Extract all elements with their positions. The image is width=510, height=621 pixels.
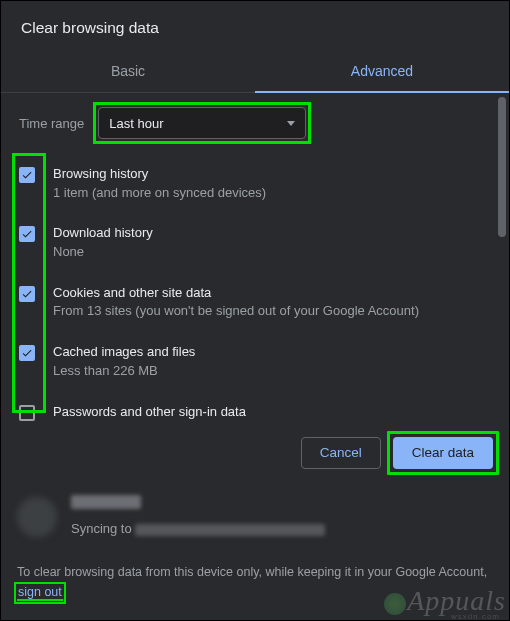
item-subtitle: 1 item (and more on synced devices) [53,184,266,203]
clear-data-button[interactable]: Clear data [393,437,493,469]
list-item: Cached images and files Less than 226 MB [15,335,491,394]
list-item: Browsing history 1 item (and more on syn… [15,157,491,216]
sign-out-link[interactable]: sign out [17,585,63,601]
dialog-title: Clear browsing data [1,1,509,51]
cancel-button[interactable]: Cancel [301,437,381,469]
checkbox-cache[interactable] [19,345,35,361]
checkbox-cookies[interactable] [19,286,35,302]
time-range-select[interactable]: Last hour [98,107,306,139]
time-range-value: Last hour [109,116,163,131]
footer-text: To clear browsing data from this device … [17,565,487,579]
time-range-row: Time range Last hour [19,107,491,139]
avatar [17,497,57,537]
item-subtitle: From 13 sites (you won't be signed out o… [53,302,419,321]
data-type-list: Browsing history 1 item (and more on syn… [15,157,491,422]
tab-advanced[interactable]: Advanced [255,51,509,92]
item-title: Cookies and other site data [53,284,419,302]
tab-basic[interactable]: Basic [1,51,255,92]
sync-account-row: Syncing to [17,495,493,556]
sub-watermark: wsxdn.com [451,612,500,621]
time-range-label: Time range [19,116,84,131]
list-item: Download history None [15,216,491,275]
sync-status: Syncing to [71,519,325,539]
list-item: Cookies and other site data From 13 site… [15,276,491,335]
checkbox-passwords[interactable] [19,405,35,421]
item-subtitle: None [53,243,153,262]
clear-data-label: Clear data [412,445,474,460]
clear-browsing-data-dialog: Clear browsing data Basic Advanced Time … [0,0,510,621]
account-email-blurred [135,524,325,536]
tab-bar: Basic Advanced [1,51,509,93]
list-item: Passwords and other sign-in data [15,395,491,422]
scrollbar-thumb[interactable] [498,97,506,237]
item-title: Passwords and other sign-in data [53,403,246,421]
dialog-footer: Syncing to To clear browsing data from t… [1,485,509,620]
dialog-button-row: Cancel Clear data [1,422,509,485]
item-title: Download history [53,224,153,242]
dialog-body: Time range Last hour Browsing history 1 … [1,93,509,422]
item-title: Browsing history [53,165,266,183]
item-title: Cached images and files [53,343,195,361]
checkbox-browsing-history[interactable] [19,167,35,183]
account-name-blurred [71,495,141,509]
item-subtitle: Less than 226 MB [53,362,195,381]
footer-text-after: . [63,585,66,599]
syncing-label: Syncing to [71,521,135,536]
checkbox-download-history[interactable] [19,226,35,242]
chevron-down-icon [287,121,295,126]
